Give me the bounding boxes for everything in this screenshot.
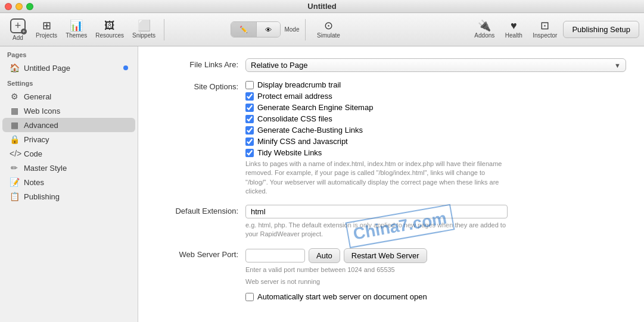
health-button[interactable]: ♥ Health: [500, 16, 527, 43]
tidy-links-label: Tidy Website Links: [257, 148, 322, 157]
default-extension-content: html e.g. html, php. The default extensi…: [245, 205, 626, 239]
sidebar-item-web-icons[interactable]: ▦ Web Icons: [2, 104, 135, 118]
notes-icon: 📝: [10, 177, 19, 187]
page-icon: 🏠: [10, 63, 19, 73]
minify-label: Minify CSS and Javascript: [257, 137, 348, 146]
edit-icon: ✏️: [239, 26, 248, 33]
auto-button[interactable]: Auto: [309, 248, 340, 263]
sitemap-label: Generate Search Engine Sitemap: [257, 103, 373, 112]
sidebar-item-general[interactable]: ⚙ General: [2, 89, 135, 104]
auto-start-checkbox[interactable]: [245, 293, 254, 301]
window-title: Untitled: [307, 2, 336, 11]
pages-section-label: Pages: [0, 46, 138, 61]
sidebar-item-code[interactable]: </> Code: [2, 146, 135, 161]
projects-icon: ⊞: [42, 20, 51, 31]
sitemap-checkbox[interactable]: [245, 104, 254, 112]
port-controls: Auto Restart Web Server: [245, 248, 626, 263]
chevron-down-icon: ▼: [614, 62, 621, 69]
file-links-row: File Links Are: Relative to Page ▼: [156, 58, 626, 72]
minimize-button[interactable]: [15, 3, 23, 10]
sidebar-item-privacy[interactable]: 🔒 Privacy: [2, 132, 135, 146]
general-label: General: [24, 92, 128, 101]
plus-sub-icon: +: [21, 29, 27, 35]
main-layout: Pages 🏠 Untitled Page Settings ⚙ General…: [0, 46, 644, 322]
inspector-icon: ⊡: [540, 20, 549, 31]
web-server-port-content: Auto Restart Web Server Enter a valid po…: [245, 248, 626, 304]
resources-icon: 🖼: [104, 20, 115, 31]
sidebar-item-publishing[interactable]: 📋 Publishing: [2, 189, 135, 204]
advanced-icon: ▦: [10, 120, 19, 130]
checkbox-consolidate-css: Consolidate CSS files: [245, 114, 626, 123]
general-icon: ⚙: [10, 92, 19, 101]
simulate-label: Simulate: [317, 32, 340, 39]
cache-busting-checkbox[interactable]: [245, 126, 254, 135]
checkbox-auto-start: Automatically start web server on docume…: [245, 292, 626, 301]
default-extension-help: e.g. html, php. The default extension is…: [245, 221, 508, 239]
sidebar-item-master-style[interactable]: ✏ Master Style: [2, 161, 135, 175]
breadcrumb-checkbox[interactable]: [245, 81, 254, 89]
mode-buttons: ✏️ 👁: [231, 21, 281, 37]
code-icon: </>: [10, 149, 19, 158]
toolbar: ++ Add ⊞ Projects 📊 Themes 🖼 Resources ⬜…: [0, 13, 644, 46]
web-server-port-label: Web Server Port:: [156, 248, 245, 259]
code-label: Code: [24, 149, 128, 158]
port-help1: Enter a valid port number between 1024 a…: [245, 265, 508, 274]
simulate-icon: ⊙: [324, 20, 333, 31]
protect-email-checkbox[interactable]: [245, 92, 254, 101]
checkbox-breadcrumb: Display breadcrumb trail: [245, 80, 626, 89]
close-button[interactable]: [5, 3, 12, 10]
mode-label: Mode: [284, 26, 299, 33]
web-server-port-row: Web Server Port: Auto Restart Web Server…: [156, 248, 626, 304]
add-button[interactable]: ++ Add: [5, 16, 31, 43]
resources-button[interactable]: 🖼 Resources: [92, 16, 127, 43]
inspector-label: Inspector: [533, 32, 557, 39]
addons-button[interactable]: 🔌 Addons: [471, 16, 498, 43]
breadcrumb-label: Display breadcrumb trail: [257, 80, 341, 89]
checkbox-minify: Minify CSS and Javascript: [245, 137, 626, 146]
health-label: Health: [505, 32, 522, 39]
sidebar-page-label: Untitled Page: [24, 64, 119, 73]
protect-email-label: Protect email address: [257, 92, 332, 101]
health-icon: ♥: [511, 20, 517, 31]
notes-label: Notes: [24, 178, 128, 187]
inspector-button[interactable]: ⊡ Inspector: [529, 16, 561, 43]
checkbox-protect-email: Protect email address: [245, 92, 626, 101]
sidebar-item-notes[interactable]: 📝 Notes: [2, 175, 135, 189]
consolidate-css-label: Consolidate CSS files: [257, 114, 332, 123]
file-links-dropdown[interactable]: Relative to Page ▼: [245, 58, 626, 72]
file-links-label: File Links Are:: [156, 58, 245, 69]
mode-group: ✏️ 👁 Mode ⊙ Simulate: [231, 16, 346, 43]
privacy-icon: 🔒: [10, 135, 19, 144]
eye-icon: 👁: [265, 26, 272, 33]
default-extension-row: Default Extension: html e.g. html, php. …: [156, 205, 626, 239]
site-options-content: Display breadcrumb trail Protect email a…: [245, 80, 626, 196]
default-extension-input[interactable]: html: [245, 205, 508, 218]
snippets-button[interactable]: ⬜ Snippets: [129, 16, 159, 43]
port-help2: Web server is not running: [245, 277, 508, 286]
sidebar-item-untitled-page[interactable]: 🏠 Untitled Page: [2, 61, 135, 75]
tidy-links-checkbox[interactable]: [245, 149, 254, 157]
settings-section-label: Settings: [0, 75, 138, 89]
restart-web-server-button[interactable]: Restart Web Server: [344, 248, 427, 263]
cache-busting-label: Generate Cache-Busting Links: [257, 126, 363, 135]
privacy-label: Privacy: [24, 135, 128, 144]
projects-button[interactable]: ⊞ Projects: [32, 16, 61, 43]
advanced-label: Advanced: [24, 121, 128, 130]
auto-start-label: Automatically start web server on docume…: [257, 292, 427, 301]
preview-mode-button[interactable]: 👁: [257, 22, 280, 37]
checkbox-sitemap: Generate Search Engine Sitemap: [245, 103, 626, 112]
themes-button[interactable]: 📊 Themes: [62, 16, 91, 43]
window-controls: [5, 3, 33, 10]
sidebar-item-advanced[interactable]: ▦ Advanced: [2, 118, 135, 132]
consolidate-css-checkbox[interactable]: [245, 115, 254, 123]
minify-checkbox[interactable]: [245, 137, 254, 146]
addons-icon: 🔌: [478, 20, 491, 31]
maximize-button[interactable]: [26, 3, 33, 10]
checkbox-cache-busting: Generate Cache-Busting Links: [245, 126, 626, 135]
edit-mode-button[interactable]: ✏️: [231, 22, 257, 37]
port-input[interactable]: [245, 249, 305, 262]
simulate-button[interactable]: ⊙ Simulate: [310, 16, 346, 43]
add-label: Add: [13, 35, 23, 41]
themes-label: Themes: [66, 32, 87, 39]
publishing-setup-button[interactable]: Publishing Setup: [563, 21, 639, 38]
